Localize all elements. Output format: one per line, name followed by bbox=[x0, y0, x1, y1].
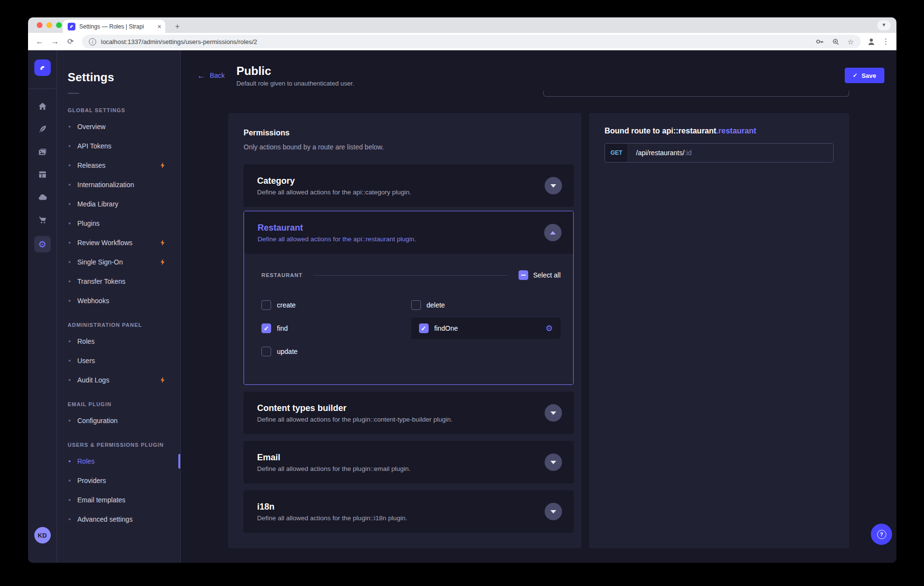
help-button[interactable]: ? bbox=[871, 524, 892, 545]
chevron-up-icon bbox=[550, 231, 556, 234]
permission-update[interactable]: update bbox=[261, 340, 411, 363]
sidebar-divider bbox=[28, 88, 57, 89]
permission-create[interactable]: create bbox=[261, 293, 411, 317]
sidebar-item-deploy-cloud[interactable] bbox=[36, 190, 49, 204]
accordion-category-header[interactable]: Category Define all allowed actions for … bbox=[244, 164, 574, 207]
chevron-down-button[interactable] bbox=[545, 404, 562, 422]
subnav-item-advanced-settings[interactable]: Advanced settings bbox=[68, 510, 180, 529]
bullet-icon bbox=[69, 480, 71, 482]
subnav-item-transfer-tokens[interactable]: Transfer Tokens bbox=[68, 272, 180, 291]
window-minimize-button[interactable] bbox=[46, 22, 52, 28]
macos-window-controls bbox=[37, 22, 62, 28]
bullet-icon bbox=[69, 222, 71, 224]
group-divider bbox=[313, 275, 508, 276]
chevron-up-button[interactable] bbox=[544, 224, 562, 241]
bullet-icon bbox=[69, 280, 71, 282]
cropped-description-input[interactable] bbox=[543, 91, 849, 97]
subnav-item-email-templates[interactable]: Email templates bbox=[68, 490, 180, 510]
sidebar-item-content-type-builder[interactable] bbox=[36, 168, 49, 181]
chevron-down-button[interactable] bbox=[545, 503, 562, 520]
subnav-item-overview[interactable]: Overview bbox=[68, 117, 180, 136]
zoom-in-icon[interactable] bbox=[832, 38, 840, 46]
lightning-badge-icon bbox=[159, 258, 166, 266]
new-tab-button[interactable]: + bbox=[172, 22, 183, 31]
subnav-item-admin-users[interactable]: Users bbox=[68, 351, 180, 370]
findone-checkbox[interactable]: ✓ bbox=[419, 323, 429, 333]
accordion-content-types-builder: Content types builder Define all allowed… bbox=[244, 392, 574, 434]
subnav-item-api-tokens[interactable]: API Tokens bbox=[68, 136, 180, 156]
save-button[interactable]: ✓ Save bbox=[845, 68, 884, 83]
strapi-logo[interactable] bbox=[34, 59, 51, 76]
delete-checkbox[interactable] bbox=[411, 300, 421, 310]
subnav-title: Settings bbox=[68, 71, 180, 84]
select-all-checkbox[interactable] bbox=[519, 270, 528, 280]
bullet-icon bbox=[69, 360, 71, 362]
user-avatar[interactable]: KD bbox=[34, 527, 51, 543]
accordion-i18n: i18n Define all allowed actions for the … bbox=[244, 490, 574, 533]
strapi-app: ⚙ KD Settings GLOBAL SETTINGS Overview A… bbox=[28, 50, 896, 563]
chevron-down-button[interactable] bbox=[545, 177, 562, 194]
browser-forward-button[interactable]: → bbox=[47, 38, 63, 45]
subnav-item-webhooks[interactable]: Webhooks bbox=[68, 291, 180, 310]
findone-settings-gear-icon[interactable]: ⚙ bbox=[546, 324, 553, 333]
route-entity-accent: .restaurant bbox=[716, 127, 756, 135]
sidebar-item-home[interactable] bbox=[36, 100, 49, 113]
bullet-icon bbox=[69, 300, 71, 302]
browser-menu-icon[interactable]: ⋮ bbox=[878, 38, 894, 45]
accordion-i18n-header[interactable]: i18n Define all allowed actions for the … bbox=[244, 490, 574, 533]
permission-find[interactable]: ✓ find bbox=[261, 317, 411, 340]
update-checkbox[interactable] bbox=[261, 347, 271, 356]
window-close-button[interactable] bbox=[37, 22, 43, 28]
back-label: Back bbox=[210, 72, 225, 79]
tab-search-chevron-icon[interactable]: ▾ bbox=[877, 20, 891, 30]
profile-icon[interactable] bbox=[866, 37, 876, 46]
sidebar-item-marketplace-cart[interactable] bbox=[36, 213, 49, 227]
tab-close-icon[interactable]: × bbox=[158, 23, 161, 30]
subnav-item-audit-logs[interactable]: Audit Logs bbox=[68, 370, 180, 390]
permissions-panel: Permissions Only actions bound by a rout… bbox=[228, 113, 581, 548]
save-label: Save bbox=[862, 72, 876, 79]
subnav-item-review-workflows[interactable]: Review Workflows bbox=[68, 233, 180, 252]
back-link[interactable]: ← Back bbox=[197, 72, 225, 80]
select-all-label: Select all bbox=[533, 271, 561, 279]
permission-findone[interactable]: ✓ findOne ⚙ bbox=[411, 318, 561, 339]
site-info-icon[interactable]: i bbox=[89, 38, 96, 45]
bullet-icon bbox=[69, 340, 71, 342]
subnav-item-single-sign-on[interactable]: Single Sign-On bbox=[68, 252, 180, 272]
window-fullscreen-button[interactable] bbox=[56, 22, 62, 28]
browser-back-button[interactable]: ← bbox=[32, 38, 47, 45]
sidebar-item-settings-gear-icon[interactable]: ⚙ bbox=[34, 236, 51, 252]
browser-tab[interactable]: Settings — Roles | Strapi × bbox=[63, 20, 165, 33]
password-key-icon[interactable] bbox=[815, 37, 824, 46]
main-content: ← Back Public Default role given to unau… bbox=[181, 50, 896, 563]
bullet-icon bbox=[69, 242, 71, 244]
browser-reload-button[interactable]: ⟳ bbox=[63, 38, 78, 45]
sidebar-item-media-library[interactable] bbox=[36, 145, 49, 159]
lightning-badge-icon bbox=[159, 239, 166, 247]
find-checkbox[interactable]: ✓ bbox=[261, 323, 271, 333]
accordion-ctb-header[interactable]: Content types builder Define all allowed… bbox=[244, 392, 574, 434]
subnav-item-plugins[interactable]: Plugins bbox=[68, 214, 180, 233]
accordion-email-header[interactable]: Email Define all allowed actions for the… bbox=[244, 441, 574, 483]
subnav-item-email-configuration[interactable]: Configuration bbox=[68, 411, 180, 430]
permission-delete[interactable]: delete bbox=[411, 293, 561, 317]
select-all-control[interactable]: Select all bbox=[519, 270, 561, 280]
route-display: GET /api/restaurants/:id bbox=[605, 143, 834, 162]
accordion-restaurant-header[interactable]: Restaurant Define all allowed actions fo… bbox=[244, 211, 573, 254]
subnav-item-providers[interactable]: Providers bbox=[68, 471, 180, 490]
create-checkbox[interactable] bbox=[261, 300, 271, 310]
bullet-icon bbox=[69, 518, 71, 520]
subnav-item-internationalization[interactable]: Internationalization bbox=[68, 175, 180, 194]
chevron-down-icon bbox=[550, 411, 556, 415]
subnav-item-releases[interactable]: Releases bbox=[68, 156, 180, 175]
route-path: /api/restaurants/:id bbox=[628, 144, 833, 162]
section-heading-global: GLOBAL SETTINGS bbox=[68, 107, 180, 113]
subnav-item-media-library[interactable]: Media Library bbox=[68, 194, 180, 214]
bookmark-star-icon[interactable]: ☆ bbox=[848, 38, 854, 45]
sidebar-item-content-manager[interactable] bbox=[36, 122, 49, 136]
subnav-item-admin-roles[interactable]: Roles bbox=[68, 332, 180, 351]
chevron-down-button[interactable] bbox=[545, 454, 562, 471]
address-bar[interactable]: i localhost:1337/admin/settings/users-pe… bbox=[82, 35, 861, 48]
screenshot-root: Settings — Roles | Strapi × + ▾ ← → ⟳ i … bbox=[0, 0, 924, 586]
subnav-item-up-roles[interactable]: Roles bbox=[68, 452, 180, 471]
